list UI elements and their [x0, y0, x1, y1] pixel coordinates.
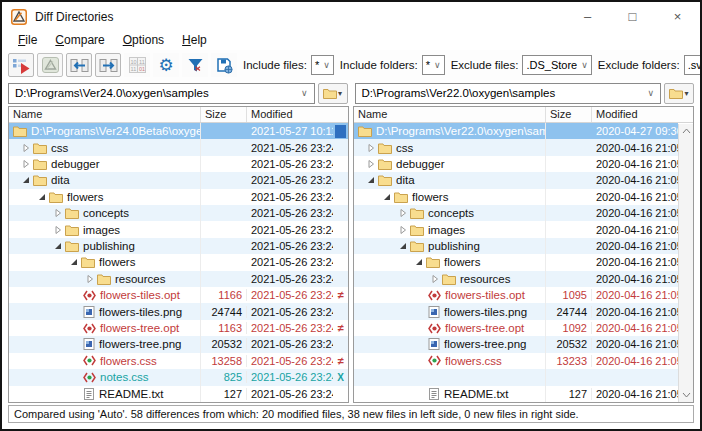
tree-row-publishing[interactable]: publishing2020-04-16 21:05... — [354, 238, 678, 254]
expand-arrow-icon[interactable] — [83, 274, 97, 284]
tree-row-flowers[interactable]: flowers2020-04-16 21:05... — [354, 189, 678, 205]
expand-arrow-icon[interactable] — [396, 208, 410, 218]
copy-all-to-left-button[interactable] — [66, 53, 92, 77]
expand-arrow-icon[interactable] — [428, 274, 442, 284]
expand-arrow-icon[interactable] — [396, 225, 410, 235]
collapse-arrow-icon[interactable] — [380, 192, 394, 202]
tree-row-resources[interactable]: resources2021-05-26 23:24... — [9, 271, 348, 287]
item-name: flowers — [412, 191, 448, 203]
collapse-arrow-icon[interactable] — [396, 241, 410, 251]
tree-row-flowers-tiles.opt[interactable]: flowers-tiles.opt10952020-04-16 21:05... — [354, 287, 678, 303]
expand-arrow-icon[interactable] — [51, 225, 65, 235]
expand-arrow-icon[interactable] — [364, 143, 378, 153]
left-column-header-name[interactable]: Name — [9, 107, 201, 122]
tree-row-concepts[interactable]: concepts2020-04-16 21:05... — [354, 205, 678, 221]
tree-row-readme.txt[interactable]: README.txt1272021-05-26 23:24... — [9, 386, 348, 402]
selected-diff-marker — [335, 125, 346, 138]
tree-row-dita[interactable]: dita2021-05-26 23:24... — [9, 172, 348, 188]
expand-arrow-icon[interactable] — [364, 159, 378, 169]
include-folders-value: * — [426, 59, 430, 71]
tree-row-flowers[interactable]: flowers2021-05-26 23:24... — [9, 189, 348, 205]
item-modified: 2020-04-16 21:05... — [592, 256, 678, 268]
tree-row-flowers[interactable]: flowers2021-05-26 23:24... — [9, 254, 348, 270]
item-modified: 2021-05-26 23:24... — [247, 371, 333, 383]
close-button[interactable]: × — [655, 2, 700, 31]
tree-row-d-programs-ver24.0beta6-oxygen-samples[interactable]: D:\Programs\Ver24.0Beta6\oxygen\samples2… — [9, 123, 348, 139]
tree-row-publishing[interactable]: publishing2021-05-26 23:24... — [9, 238, 348, 254]
right-vertical-scrollbar[interactable] — [678, 124, 693, 402]
collapse-arrow-icon[interactable] — [412, 257, 426, 267]
include-folders-combo[interactable]: *∨ — [422, 55, 445, 75]
expand-arrow-icon[interactable] — [19, 159, 33, 169]
item-modified: 2021-05-26 23:24... — [247, 240, 333, 252]
left-path-combo[interactable]: D:\Programs\Ver24.0\oxygen\samples ∨ — [8, 83, 315, 104]
item-modified: 2021-05-26 23:24... — [247, 207, 333, 219]
collapse-arrow-icon[interactable] — [19, 175, 33, 185]
collapse-arrow-icon[interactable] — [364, 175, 378, 185]
collapse-arrow-icon[interactable] — [51, 241, 65, 251]
expand-arrow-icon[interactable] — [19, 143, 33, 153]
left-column-header-size[interactable]: Size — [201, 107, 247, 122]
collapse-arrow-icon[interactable] — [67, 257, 81, 267]
include-files-combo[interactable]: *∨ — [311, 55, 334, 75]
settings-button[interactable]: ⚙ — [153, 53, 179, 77]
exclude-folders-combo[interactable]: .svn,_svn,.git∨ — [684, 55, 702, 75]
right-column-header-modified[interactable]: Modified — [592, 107, 693, 122]
perform-directories-comparison-button[interactable] — [8, 53, 34, 77]
tree-row-concepts[interactable]: concepts2021-05-26 23:24... — [9, 205, 348, 221]
scroll-down-icon[interactable] — [679, 388, 693, 402]
right-column-header-name[interactable]: Name — [354, 107, 546, 122]
png-icon — [83, 338, 95, 350]
tree-row-debugger[interactable]: debugger2021-05-26 23:24... — [9, 156, 348, 172]
tree-row-images[interactable]: images2020-04-16 21:05... — [354, 221, 678, 237]
tree-row-readme.txt[interactable]: README.txt1272020-04-16 21:05... — [354, 386, 678, 402]
item-modified: 2020-04-16 21:05... — [592, 207, 678, 219]
scroll-up-icon[interactable] — [679, 124, 693, 138]
tree-row-notes.css[interactable]: notes.css8252021-05-26 23:24...X — [9, 369, 348, 385]
exclude-files-combo[interactable]: .DS_Store∨ — [522, 55, 591, 75]
item-name: flowers.css — [100, 355, 157, 367]
include-files-label: Include files: — [243, 59, 307, 71]
item-name: flowers.css — [445, 355, 502, 367]
right-column-header-size[interactable]: Size — [546, 107, 592, 122]
compare-files-button — [37, 53, 63, 77]
tree-row-images[interactable]: images2021-05-26 23:24... — [9, 221, 348, 237]
menu-item-file[interactable]: File — [10, 32, 45, 49]
tree-row-flowers-tree.opt[interactable]: flowers-tree.opt10922020-04-16 21:05... — [354, 320, 678, 336]
save-report-button[interactable] — [211, 53, 237, 77]
tree-row-flowers-tree.png[interactable]: flowers-tree.png205322020-04-16 21:05... — [354, 336, 678, 352]
tree-row-dita[interactable]: dita2020-04-16 21:05... — [354, 172, 678, 188]
tree-row-flowers.css[interactable]: flowers.css132332020-04-16 21:05... — [354, 353, 678, 369]
copy-all-to-right-button[interactable] — [95, 53, 121, 77]
tree-row-flowers-tiles.png[interactable]: flowers-tiles.png247442020-04-16 21:05..… — [354, 303, 678, 319]
left-column-header-modified[interactable]: Modified — [247, 107, 348, 122]
opt-icon — [428, 290, 441, 301]
folder-icon — [410, 224, 424, 236]
right-path-combo[interactable]: D:\Programs\Ver22.0\oxygen\samples ∨ — [355, 83, 662, 104]
item-size: 20532 — [201, 338, 247, 350]
exclude-folders-value: .svn,_svn,.git — [688, 59, 702, 71]
item-modified: 2020-04-16 21:05... — [592, 338, 678, 350]
tree-row-debugger[interactable]: debugger2020-04-16 21:05... — [354, 156, 678, 172]
minimize-button[interactable]: – — [565, 2, 610, 31]
menu-item-options[interactable]: Options — [115, 32, 172, 49]
filter-button[interactable] — [182, 53, 208, 77]
menu-item-compare[interactable]: Compare — [47, 32, 112, 49]
expand-arrow-icon[interactable] — [51, 208, 65, 218]
tree-row-flowers-tiles.png[interactable]: flowers-tiles.png247442021-05-26 23:24..… — [9, 303, 348, 319]
right-browse-folder-button[interactable]: ▾ — [664, 83, 694, 104]
collapse-arrow-icon[interactable] — [35, 192, 49, 202]
tree-row-flowers-tiles.opt[interactable]: flowers-tiles.opt11662021-05-26 23:24...… — [9, 287, 348, 303]
tree-row-css[interactable]: css2020-04-16 21:05... — [354, 139, 678, 155]
tree-row-resources[interactable]: resources2020-04-16 21:05... — [354, 271, 678, 287]
tree-row-d-programs-ver22.0-oxygen-samples[interactable]: D:\Programs\Ver22.0\oxygen\samples2020-0… — [354, 123, 678, 139]
item-modified: 2020-04-16 21:05... — [592, 174, 678, 186]
maximize-button[interactable]: □ — [610, 2, 655, 31]
tree-row-css[interactable]: css2021-05-26 23:24... — [9, 139, 348, 155]
menu-item-help[interactable]: Help — [174, 32, 215, 49]
tree-row-flowers[interactable]: flowers2020-04-16 21:05... — [354, 254, 678, 270]
tree-row-flowers.css[interactable]: flowers.css132582021-05-26 23:24...≠ — [9, 353, 348, 369]
tree-row-flowers-tree.png[interactable]: flowers-tree.png205322021-05-26 23:24... — [9, 336, 348, 352]
left-browse-folder-button[interactable]: ▾ — [318, 83, 348, 104]
tree-row-flowers-tree.opt[interactable]: flowers-tree.opt11632021-05-26 23:24...≠ — [9, 320, 348, 336]
